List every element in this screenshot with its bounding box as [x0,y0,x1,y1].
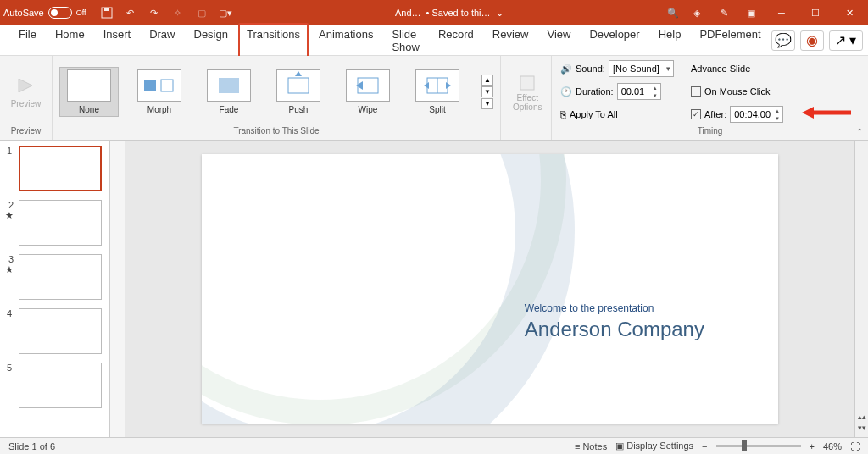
thumbnail-1[interactable] [19,146,102,191]
ribbon-tabs: FileHomeInsertDrawDesignTransitionsAnima… [0,25,868,56]
transition-split[interactable]: Split [409,68,466,116]
svg-marker-12 [424,82,429,89]
toggle-switch[interactable] [48,7,72,19]
zoom-out-button[interactable]: − [702,441,707,451]
thumb-number: 4 [3,308,15,354]
thumbnail-4[interactable] [19,308,102,354]
slide-1[interactable]: Welcome to the presentation Anderson Com… [202,154,778,424]
fit-to-window-icon[interactable]: ⛶ [850,441,860,451]
tab-help[interactable]: Help [650,23,690,58]
tab-home[interactable]: Home [47,23,93,58]
tab-animations[interactable]: Animations [310,23,381,58]
next-slide-icon[interactable]: ▾▾ [858,424,866,432]
sound-select[interactable]: [No Sound] [609,60,674,77]
svg-rect-6 [288,78,309,93]
zoom-slider[interactable] [716,445,801,447]
autosave-toggle[interactable]: AutoSave Off [3,7,86,19]
checkbox-checked-icon: ✓ [691,109,701,119]
svg-marker-9 [356,81,363,90]
share-button[interactable]: ↗ ▾ [829,30,863,51]
minimize-button[interactable]: ─ [766,0,797,25]
present-icon[interactable]: ▢▾ [217,4,234,21]
spin-down[interactable]: ▼ [650,91,660,99]
diamond-icon[interactable]: ◈ [688,4,705,21]
transition-none[interactable]: None [59,67,119,117]
transition-wipe[interactable]: Wipe [339,68,397,116]
transition-push[interactable]: Push [270,68,327,116]
tab-developer[interactable]: Developer [581,23,648,58]
on-mouse-click-checkbox[interactable]: On Mouse Click [691,82,783,101]
collapse-ribbon-icon[interactable]: ⌃ [856,127,863,136]
touch-icon[interactable]: ✧ [170,4,186,21]
save-status[interactable]: • Saved to thi… [426,8,491,18]
tab-record[interactable]: Record [430,23,482,58]
tab-transitions[interactable]: Transitions [238,23,309,58]
slide-indicator[interactable]: Slide 1 of 6 [8,441,55,451]
tab-view[interactable]: View [538,23,579,58]
comments-button[interactable]: 💬 [771,30,795,51]
search-icon[interactable]: 🔍 [665,4,682,21]
duration-value: 00.01 [621,86,645,97]
spin-down[interactable]: ▼ [772,114,782,122]
duration-label: Duration: [576,86,614,97]
maximize-button[interactable]: ☐ [800,0,831,25]
zoom-in-button[interactable]: + [810,441,815,451]
zoom-level[interactable]: 46% [823,441,842,451]
chevron-down-icon[interactable]: ⌄ [496,8,504,19]
tab-insert[interactable]: Insert [95,23,140,58]
autosave-state: Off [76,8,86,17]
transition-fade[interactable]: Fade [200,68,258,116]
sound-row: 🔊 Sound: [No Sound] [560,59,674,78]
transition-morph[interactable]: Morph [131,68,188,116]
clock-icon: 🕐 [560,86,572,97]
after-input[interactable]: 00:04.00▲▼ [730,106,783,123]
preview-button: Preview [11,75,42,108]
record-button[interactable]: ◉ [800,30,824,51]
start-icon[interactable]: ▢ [193,4,210,21]
notes-button[interactable]: ≡ Notes [575,441,607,451]
gallery-down[interactable]: ▼ [481,86,493,97]
apply-icon: ⎘ [560,109,566,119]
tab-file[interactable]: File [10,23,45,58]
svg-rect-4 [161,80,173,91]
close-button[interactable]: ✕ [834,0,865,25]
duration-input[interactable]: 00.01▲▼ [617,83,661,100]
vertical-ruler [110,141,125,437]
undo-icon[interactable]: ↶ [122,4,139,21]
vertical-scrollbar[interactable]: ▴▴ ▾▾ [854,141,868,437]
preview-group: Preview [7,125,45,138]
on-click-label: On Mouse Click [704,86,771,97]
window-icon[interactable]: ▣ [743,4,760,21]
thumbnail-3[interactable] [19,254,102,300]
main-area: 12★3★45 Welcome to the presentation Ande… [0,141,868,437]
redo-icon[interactable]: ↷ [146,4,163,21]
slide-subtitle: Welcome to the presentation [525,302,704,314]
svg-marker-7 [295,71,302,76]
effect-options-label: Effect Options [513,93,542,112]
thumb-number: 1 [3,146,15,191]
wand-icon[interactable]: ✎ [715,4,732,21]
thumbnail-5[interactable] [19,363,102,408]
thumbnail-2[interactable] [19,200,102,246]
after-checkbox[interactable]: ✓ After: 00:04.00▲▼ [691,105,783,124]
timing-group-label: Timing [560,125,860,138]
preview-label: Preview [11,99,42,108]
save-icon[interactable] [98,4,115,21]
gallery-more[interactable]: ▾ [481,98,493,109]
notes-label: Notes [582,441,607,451]
tab-draw[interactable]: Draw [141,23,183,58]
gallery-up[interactable]: ▲ [481,75,493,86]
tab-slide-show[interactable]: Slide Show [383,23,428,58]
svg-rect-14 [520,76,534,90]
tab-design[interactable]: Design [186,23,236,58]
display-label: Display Settings [626,440,693,451]
spin-up[interactable]: ▲ [772,107,782,114]
doc-name[interactable]: And… [395,8,421,18]
tab-review[interactable]: Review [484,23,537,58]
display-settings-button[interactable]: ▣ Display Settings [615,440,693,451]
tab-pdfelement[interactable]: PDFelement [691,23,769,58]
prev-slide-icon[interactable]: ▴▴ [858,412,866,421]
spin-up[interactable]: ▲ [650,84,660,91]
apply-all-button[interactable]: ⎘ Apply To All [560,105,674,124]
duration-row: 🕐 Duration: 00.01▲▼ [560,82,674,101]
